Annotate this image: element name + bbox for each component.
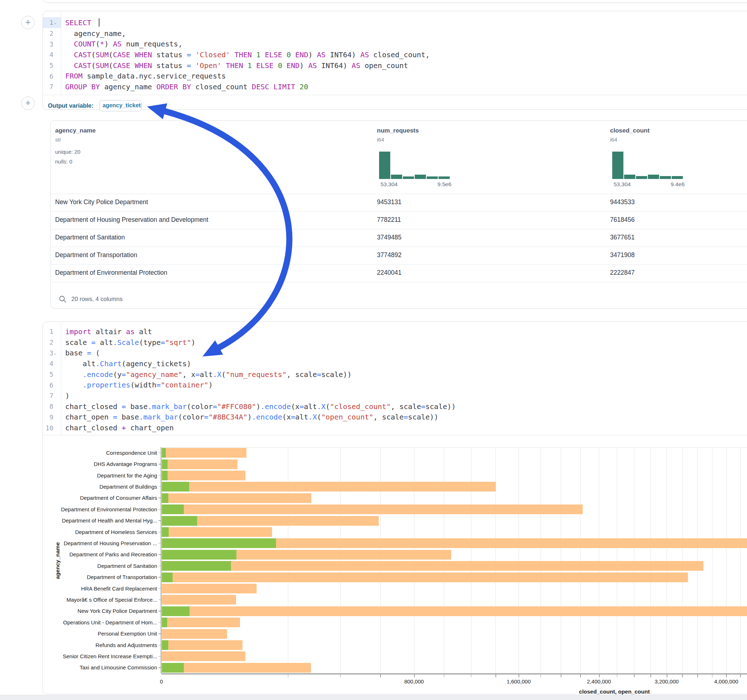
- x-tick-mark: [599, 674, 600, 677]
- y-tick-mark: [159, 577, 161, 578]
- y-tick-mark: [159, 486, 161, 487]
- bar-closed-count[interactable]: [162, 471, 245, 480]
- x-tick-mark: [561, 674, 561, 677]
- x-axis-line: [162, 673, 747, 674]
- y-axis-label: Department of Sanitation: [54, 563, 157, 569]
- y-tick-mark: [159, 588, 161, 589]
- bar-closed-count[interactable]: [162, 493, 312, 503]
- x-tick-mark: [617, 674, 618, 677]
- bar-closed-count[interactable]: [162, 617, 240, 627]
- bar-open-count[interactable]: [162, 617, 167, 627]
- y-axis-title: agency_name: [54, 536, 61, 586]
- x-tick-mark: [697, 674, 698, 677]
- bar-closed-count[interactable]: [162, 652, 245, 661]
- x-tick-mark: [444, 674, 445, 677]
- y-axis-label: Taxi and Limousine Commission: [54, 664, 157, 670]
- bar-open-count[interactable]: [162, 504, 184, 514]
- y-tick-mark: [159, 520, 161, 521]
- y-tick-mark: [159, 475, 161, 476]
- bar-open-count[interactable]: [162, 493, 168, 503]
- bar-open-count[interactable]: [162, 516, 197, 526]
- y-tick-mark: [159, 622, 161, 623]
- x-tick-mark: [414, 674, 415, 677]
- bar-closed-count[interactable]: [162, 640, 242, 650]
- x-tick-mark: [471, 674, 472, 677]
- y-axis-label: Department of Housing Preservation ...: [54, 540, 157, 546]
- page-bottom-band: [0, 695, 747, 700]
- bar-open-count[interactable]: [162, 482, 189, 492]
- x-tick-mark: [650, 674, 651, 677]
- x-axis-label: 2,400,000: [587, 678, 611, 685]
- x-axis-label: 800,000: [404, 678, 424, 685]
- bar-open-count[interactable]: [162, 527, 169, 537]
- x-tick-mark: [540, 674, 541, 677]
- y-axis-label: Senior Citizen Rent Increase Exempti...: [54, 653, 157, 659]
- y-axis-label: Department of Environmental Protection: [54, 506, 157, 512]
- bar-open-count[interactable]: [162, 663, 184, 673]
- y-tick-mark: [159, 498, 161, 498]
- x-tick-mark: [682, 674, 683, 677]
- bar-open-count[interactable]: [162, 538, 276, 548]
- x-tick-mark: [740, 674, 741, 677]
- y-tick-mark: [159, 464, 161, 465]
- y-tick-mark: [159, 599, 161, 600]
- x-tick-mark: [380, 674, 381, 677]
- y-tick-mark: [159, 509, 161, 510]
- bar-closed-count[interactable]: [162, 527, 272, 537]
- y-axis-label: Personal Exemption Unit: [54, 631, 157, 637]
- y-tick-mark: [159, 634, 161, 634]
- y-axis-label: Department of Consumer Affairs: [54, 495, 157, 501]
- y-tick-mark: [159, 453, 161, 453]
- bar-closed-count[interactable]: [162, 573, 688, 582]
- bar-open-count[interactable]: [162, 573, 172, 582]
- y-axis-label: DHS Advantage Programs: [54, 461, 157, 467]
- y-axis-label: Mayorâ€ s Office of Special Enforce...: [54, 597, 157, 603]
- bar-closed-count[interactable]: [162, 561, 703, 571]
- bar-open-count[interactable]: [162, 471, 168, 480]
- y-axis-label: Correspondence Unit: [54, 450, 157, 456]
- x-axis-label: 4,000,000: [714, 678, 738, 685]
- bar-closed-count[interactable]: [162, 448, 246, 458]
- y-tick-mark: [159, 656, 161, 657]
- x-tick-mark: [667, 674, 667, 677]
- bar-open-count[interactable]: [162, 640, 168, 650]
- y-axis-label: Operations Unit - Department of Hom...: [54, 619, 157, 626]
- bar-open-count[interactable]: [162, 550, 236, 560]
- x-tick-mark: [726, 674, 727, 677]
- y-tick-mark: [159, 532, 161, 533]
- bar-closed-count[interactable]: [162, 482, 496, 492]
- x-axis-label: 0: [160, 678, 163, 685]
- y-axis-label: Department of Transportation: [54, 574, 157, 580]
- bar-closed-count[interactable]: [162, 629, 227, 639]
- x-tick-mark: [712, 674, 713, 677]
- y-axis-label: Department of Parks and Recreation: [54, 551, 157, 557]
- x-axis-title: closed_count, open_count: [562, 688, 667, 695]
- x-axis-label: 1,600,000: [507, 678, 531, 685]
- x-tick-mark: [580, 674, 581, 677]
- x-tick-mark: [496, 674, 496, 677]
- notebook-page: + + 1⌄SELECT 2 agency_name,3 COUNT(*) AS…: [0, 0, 747, 700]
- y-axis-label: New York City Police Department: [54, 608, 157, 614]
- x-tick-mark: [634, 674, 635, 677]
- y-axis-line: [161, 447, 162, 673]
- y-tick-mark: [159, 611, 161, 611]
- bar-open-count[interactable]: [162, 448, 166, 458]
- bar-open-count[interactable]: [162, 561, 231, 571]
- y-tick-mark: [159, 554, 161, 555]
- bar-open-count[interactable]: [162, 606, 189, 616]
- layered-bar-chart: Correspondence UnitDHS Advantage Program…: [0, 0, 747, 700]
- bar-closed-count[interactable]: [162, 595, 236, 605]
- y-axis-label: Department of Buildings: [54, 484, 157, 490]
- y-axis-label: Department for the Aging: [54, 472, 157, 478]
- y-axis-label: HRA Benefit Card Replacement: [54, 585, 157, 591]
- bar-closed-count[interactable]: [162, 606, 747, 616]
- x-tick-mark: [519, 674, 519, 677]
- y-axis-label: Department of Health and Mental Hyg...: [54, 517, 157, 523]
- bar-closed-count[interactable]: [162, 584, 257, 593]
- y-axis-label: Department of Homeless Services: [54, 529, 157, 535]
- bar-closed-count[interactable]: [162, 459, 237, 469]
- bar-closed-count[interactable]: [162, 663, 311, 673]
- bar-open-count[interactable]: [162, 459, 168, 469]
- bar-closed-count[interactable]: [162, 504, 583, 514]
- x-tick-mark: [340, 674, 341, 677]
